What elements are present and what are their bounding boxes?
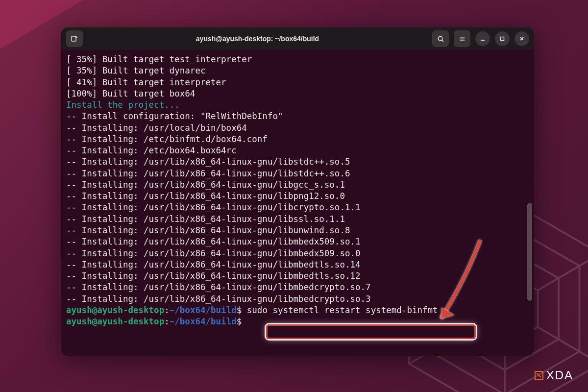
terminal-output-line: -- Installing: /usr/lib/x86_64-linux-gnu… [66, 270, 529, 282]
xda-watermark: XDA [535, 368, 573, 382]
terminal-output-line: -- Installing: /usr/lib/x86_64-linux-gnu… [66, 214, 529, 225]
terminal-output-line: -- Installing: /usr/lib/x86_64-linux-gnu… [66, 179, 529, 191]
terminal-output-line: -- Installing: /usr/lib/x86_64-linux-gnu… [66, 168, 529, 179]
titlebar: ayush@ayush-desktop: ~/box64/build [61, 27, 534, 50]
svg-point-11 [438, 36, 442, 40]
xda-logo-icon [535, 371, 543, 380]
terminal-output-line: [ 35%] Built target dynarec [66, 65, 529, 76]
terminal-output-line: [ 35%] Built target test_interpreter [66, 54, 529, 65]
terminal-command: sudo systemctl restart systemd-binfmt [242, 305, 438, 315]
terminal-output-line: -- Install configuration: "RelWithDebInf… [66, 111, 529, 122]
svg-line-6 [538, 327, 588, 364]
terminal-window: ayush@ayush-desktop: ~/box64/build [61, 27, 534, 356]
xda-logo-text: XDA [546, 368, 573, 382]
search-button[interactable] [432, 30, 449, 47]
terminal-output-line: -- Installing: /usr/lib/x86_64-linux-gnu… [66, 156, 529, 168]
terminal-output-line: -- Installing: /usr/lib/x86_64-linux-gnu… [66, 202, 529, 213]
terminal-output-line: -- Installing: /usr/lib/x86_64-linux-gnu… [66, 225, 529, 236]
terminal-output-line: -- Installing: /usr/lib/x86_64-linux-gnu… [66, 248, 529, 259]
terminal-output-line: [100%] Built target box64 [66, 88, 529, 99]
maximize-button[interactable] [495, 31, 510, 46]
terminal-output-line: -- Installing: /usr/lib/x86_64-linux-gnu… [66, 259, 529, 270]
terminal-output-line: -- Installing: /usr/local/bin/box64 [66, 122, 529, 134]
terminal-output-line: -- Installing: /etc/box64.box64rc [66, 145, 529, 156]
svg-rect-12 [501, 37, 504, 41]
minimize-button[interactable] [475, 31, 490, 46]
terminal-output-line: -- Installing: /usr/lib/x86_64-linux-gnu… [66, 191, 529, 202]
menu-button[interactable] [454, 30, 470, 47]
svg-line-5 [538, 254, 588, 291]
scrollbar-thumb[interactable] [527, 203, 532, 301]
terminal-output-line: Install the project... [66, 99, 529, 111]
terminal-output-line: -- Installing: /etc/binfmt.d/box64.conf [66, 134, 529, 145]
terminal-output-line: -- Installing: /usr/lib/x86_64-linux-gnu… [66, 282, 529, 293]
terminal-output-line: [ 41%] Built target interpreter [66, 77, 529, 88]
terminal-output-line: -- Installing: /usr/lib/x86_64-linux-gnu… [66, 294, 529, 305]
terminal-body[interactable]: [ 35%] Built target test_interpreter[ 35… [61, 50, 534, 356]
svg-rect-10 [72, 36, 76, 41]
terminal-prompt-line: ayush@ayush-desktop:~/box64/build$ [66, 316, 529, 327]
terminal-prompt-line: ayush@ayush-desktop:~/box64/build$ sudo … [66, 305, 529, 316]
close-button[interactable] [514, 31, 529, 46]
window-title: ayush@ayush-desktop: ~/box64/build [87, 35, 428, 43]
terminal-output-line: -- Installing: /usr/lib/x86_64-linux-gnu… [66, 236, 529, 247]
new-tab-button[interactable] [66, 30, 83, 47]
